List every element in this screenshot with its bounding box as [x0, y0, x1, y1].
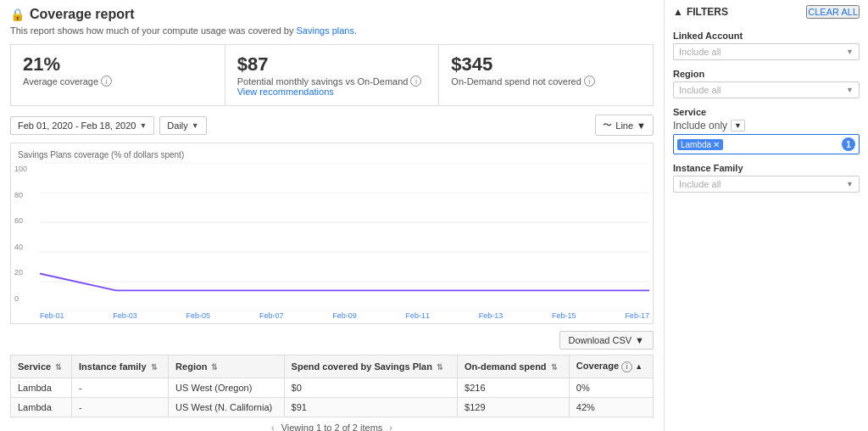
y-tick-100: 100: [14, 165, 40, 173]
service-lambda-tag[interactable]: Lambda ✕: [677, 139, 723, 150]
linked-account-value: Include all: [679, 47, 721, 57]
download-row: Download CSV ▼: [10, 331, 654, 350]
chart-svg: [40, 163, 649, 311]
chart-type-button[interactable]: 〜 Line ▼: [595, 115, 654, 136]
linked-account-arrow-icon: ▼: [846, 48, 854, 56]
savings-plans-link[interactable]: Savings plans: [297, 25, 355, 36]
cell-coverage-2: 42%: [569, 397, 653, 417]
chart-y-label: Savings Plans coverage (% of dollars spe…: [14, 150, 649, 160]
granularity-button[interactable]: Daily ▼: [159, 116, 206, 135]
col-on-demand-spend[interactable]: On-demand spend ⇅: [458, 355, 570, 378]
region-dropdown[interactable]: Include all ▼: [673, 81, 860, 98]
cell-coverage-1: 0%: [569, 378, 653, 397]
x-tick-feb07: Feb-07: [259, 311, 284, 320]
x-tick-feb13: Feb-13: [479, 311, 504, 320]
date-controls: Feb 01, 2020 - Feb 18, 2020 ▼ Daily ▼: [10, 116, 207, 135]
x-tick-feb11: Feb-11: [405, 311, 430, 320]
cell-savings-2: $91: [284, 397, 457, 417]
x-tick-feb01: Feb-01: [40, 311, 64, 320]
chart-type-arrow-icon: ▼: [637, 120, 646, 131]
monthly-savings-value: $87: [237, 53, 427, 76]
download-arrow-icon: ▼: [635, 335, 644, 345]
col-service[interactable]: Service ⇅: [11, 355, 72, 378]
view-recommendations-link[interactable]: View recommendations: [237, 87, 427, 97]
table-row: Lambda - US West (Oregon) $0 $216 0%: [11, 378, 654, 397]
filter-group-region: Region Include all ▼: [673, 69, 860, 98]
on-demand-spend-info-icon[interactable]: i: [584, 76, 595, 87]
x-tick-feb03: Feb-03: [113, 311, 137, 320]
cell-service-2: Lambda: [11, 397, 72, 417]
average-coverage-label: Average coverage i: [23, 76, 213, 87]
col-instance-family[interactable]: Instance family ⇅: [72, 355, 169, 378]
filter-group-instance-family: Instance Family Include all ▼: [673, 163, 860, 193]
filter-group-service: Service Include only ▼ Lambda ✕ 1: [673, 107, 860, 154]
instance-family-dropdown[interactable]: Include all ▼: [673, 176, 860, 193]
date-range-arrow-icon: ▼: [139, 121, 147, 130]
y-tick-40: 40: [14, 243, 40, 251]
service-mode-row: Include only ▼: [673, 120, 860, 132]
service-lambda-tag-close[interactable]: ✕: [713, 140, 720, 149]
y-axis: 100 80 60 40 20 0: [14, 163, 40, 320]
granularity-arrow-icon: ▼: [192, 121, 199, 130]
service-filter-tags: Lambda ✕ 1: [673, 134, 860, 154]
pagination-text: Viewing 1 to 2 of 2 items: [281, 423, 383, 432]
col-coverage-sort-icon: ▲: [635, 362, 643, 371]
cell-savings-1: $0: [284, 378, 457, 397]
region-label: Region: [673, 69, 860, 79]
date-range-button[interactable]: Feb 01, 2020 - Feb 18, 2020 ▼: [10, 116, 154, 135]
x-tick-feb17: Feb-17: [625, 311, 649, 320]
x-tick-feb15: Feb-15: [552, 311, 576, 320]
data-table: Service ⇅ Instance family ⇅ Region ⇅ Spe…: [10, 355, 654, 417]
stat-on-demand-spend: $345 On-Demand spend not covered i: [439, 45, 653, 105]
y-tick-0: 0: [14, 294, 40, 303]
instance-family-arrow-icon: ▼: [846, 180, 854, 188]
cell-instance-2: -: [72, 397, 169, 417]
linked-account-label: Linked Account: [673, 31, 860, 41]
filter-group-linked-account: Linked Account Include all ▼: [673, 31, 860, 60]
x-axis: Feb-01 Feb-03 Feb-05 Feb-07 Feb-09 Feb-1…: [40, 311, 649, 320]
x-tick-feb05: Feb-05: [186, 311, 211, 320]
cell-ondemand-2: $129: [458, 397, 570, 417]
download-csv-button[interactable]: Download CSV ▼: [559, 331, 654, 350]
instance-family-label: Instance Family: [673, 163, 860, 173]
region-arrow-icon: ▼: [846, 86, 854, 94]
on-demand-spend-value: $345: [451, 53, 641, 76]
report-subtitle: This report shows how much of your compu…: [10, 25, 654, 36]
table-header-row: Service ⇅ Instance family ⇅ Region ⇅ Spe…: [11, 355, 654, 378]
y-tick-60: 60: [14, 216, 40, 225]
clear-all-button[interactable]: CLEAR ALL: [806, 5, 860, 19]
cell-service-1: Lambda: [11, 378, 72, 397]
pagination-next-icon[interactable]: ›: [389, 423, 392, 432]
average-coverage-info-icon[interactable]: i: [101, 76, 112, 87]
linked-account-dropdown[interactable]: Include all ▼: [673, 43, 860, 60]
col-savings-plan-spend[interactable]: Spend covered by Savings Plan ⇅: [284, 355, 457, 378]
sidebar: ▲ FILTERS CLEAR ALL Linked Account Inclu…: [665, 0, 868, 431]
service-label: Service: [673, 107, 860, 117]
col-coverage-info-icon[interactable]: i: [621, 361, 632, 372]
service-mode-text: Include only: [673, 120, 727, 132]
pagination-prev-icon[interactable]: ‹: [271, 423, 275, 432]
main-content: 🔒 Coverage report This report shows how …: [0, 0, 665, 431]
pagination: ‹ Viewing 1 to 2 of 2 items ›: [10, 417, 654, 432]
stat-average-coverage: 21% Average coverage i: [11, 45, 225, 105]
col-coverage[interactable]: Coverage i ▲: [569, 355, 653, 378]
col-savings-plan-sort-icon: ⇅: [437, 363, 443, 372]
average-coverage-value: 21%: [23, 53, 213, 76]
service-filter-count: 1: [842, 137, 855, 151]
col-region[interactable]: Region ⇅: [169, 355, 285, 378]
stats-row: 21% Average coverage i $87 Potential mon…: [10, 44, 654, 106]
report-header: 🔒 Coverage report: [10, 7, 654, 22]
y-tick-80: 80: [14, 191, 40, 199]
cell-region-1: US West (Oregon): [169, 378, 285, 397]
monthly-savings-info-icon[interactable]: i: [410, 76, 421, 87]
cell-ondemand-1: $216: [458, 378, 570, 397]
y-tick-20: 20: [14, 268, 40, 277]
service-mode-arrow-icon[interactable]: ▼: [731, 120, 745, 132]
on-demand-spend-label: On-Demand spend not covered i: [451, 76, 641, 87]
controls-row: Feb 01, 2020 - Feb 18, 2020 ▼ Daily ▼ 〜 …: [10, 115, 654, 136]
monthly-savings-label: Potential monthly savings vs On-Demand i: [237, 76, 427, 87]
filters-expand-icon[interactable]: ▲: [673, 6, 683, 18]
region-value: Include all: [679, 85, 721, 95]
instance-family-value: Include all: [679, 179, 721, 189]
cell-instance-1: -: [72, 378, 169, 397]
